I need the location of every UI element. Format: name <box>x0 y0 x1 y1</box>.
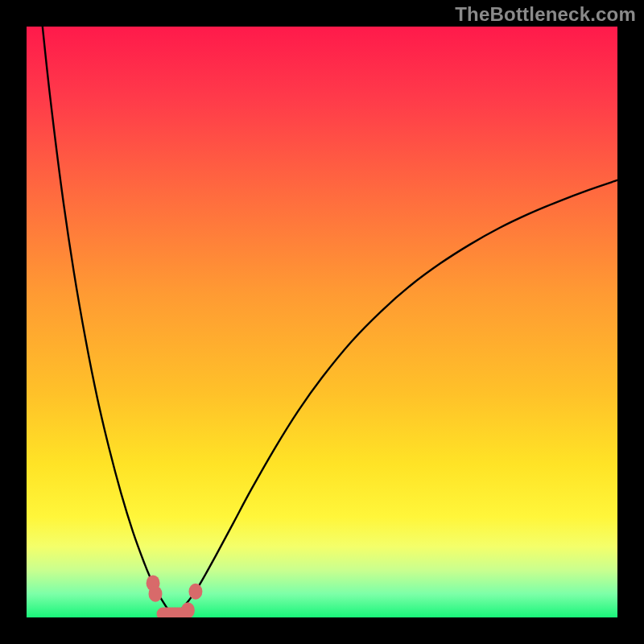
watermark-text: TheBottleneck.com <box>455 3 636 26</box>
marker-dot <box>188 584 202 600</box>
chart-frame: TheBottleneck.com <box>0 0 644 644</box>
chart-svg <box>0 0 644 644</box>
marker-dot <box>149 586 163 602</box>
plot-background <box>27 27 617 617</box>
